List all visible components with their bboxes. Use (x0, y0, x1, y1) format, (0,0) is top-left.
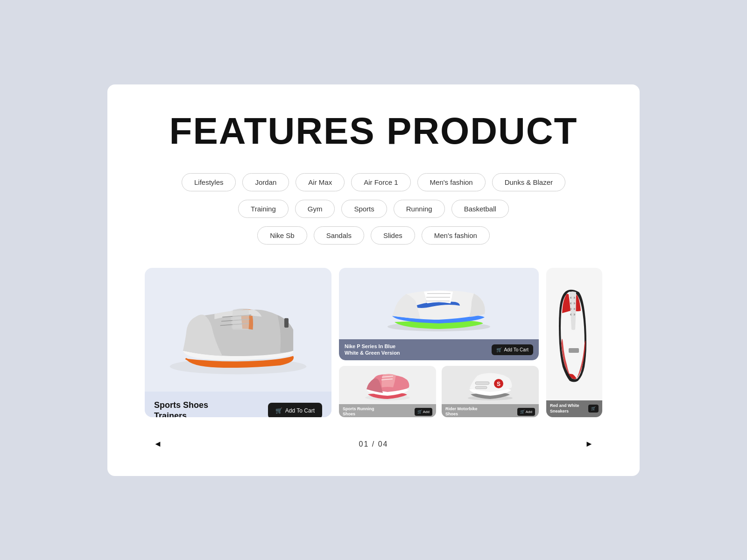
cart-icon: 🛒 (275, 407, 282, 414)
product-right-image (546, 268, 602, 401)
right-shoe-svg (551, 283, 598, 385)
filter-nikesb[interactable]: Nike Sb (257, 226, 307, 245)
filter-mens-fashion-1[interactable]: Men's fashion (417, 173, 486, 191)
right-add-to-cart-button[interactable]: 🛒 (588, 405, 599, 413)
cart-icon-small: 🛒 (496, 347, 502, 352)
filter-lifestyles[interactable]: Lifestyles (182, 173, 236, 191)
pagination-count: 01 / 04 (359, 440, 388, 448)
main-add-to-cart-button[interactable]: 🛒 Add To Cart (268, 403, 322, 417)
product-main-image (145, 268, 331, 392)
filter-row-1: Lifestyles Jordan Air Max Air Force 1 Me… (182, 173, 565, 191)
small2-add-to-cart-button[interactable]: 🛒 Add (517, 408, 535, 416)
main-shoe-svg (154, 277, 322, 382)
svg-rect-16 (475, 386, 487, 389)
prev-button[interactable]: ◄ (149, 436, 166, 453)
featured-shoe-svg (374, 273, 504, 334)
product-small-1-title: Sports Running Shoes (343, 406, 374, 417)
filter-dunks-blazer[interactable]: Dunks & Blazer (492, 173, 565, 191)
product-featured-image (339, 268, 539, 339)
filter-sports[interactable]: Sports (341, 200, 387, 218)
filter-airforce1[interactable]: Air Force 1 (351, 173, 410, 191)
filter-mens-fashion-2[interactable]: Men's fashion (422, 226, 490, 245)
filter-gym[interactable]: Gym (295, 200, 335, 218)
product-right-card: Red and White Sneakers 🛒 (546, 268, 602, 417)
svg-text:S: S (497, 381, 500, 387)
product-small-2-image: S (442, 366, 539, 404)
svg-rect-29 (569, 348, 579, 353)
svg-rect-15 (475, 382, 489, 385)
svg-rect-4 (284, 318, 289, 327)
product-main-card: Sports Shoes Trainers 🛒 Add To Cart (145, 268, 331, 417)
small2-shoe-svg: S (462, 369, 518, 401)
next-button[interactable]: ► (581, 436, 598, 453)
pagination: ◄ 01 / 04 ► (145, 436, 602, 453)
product-right-title: Red and White Sneakers (550, 403, 579, 414)
page-title: FEATURES PRODUCT (145, 112, 602, 150)
filter-slides[interactable]: Slides (371, 226, 415, 245)
product-small-1-image (339, 366, 436, 404)
small1-add-to-cart-button[interactable]: 🛒 Add (415, 408, 432, 416)
product-small-1: Sports Running Shoes 🛒 Add (339, 366, 436, 417)
small1-shoe-svg (359, 369, 416, 401)
product-featured-card: Nike P Series In Blue White & Green Vers… (339, 268, 539, 360)
product-right-info-bar: Red and White Sneakers 🛒 (546, 400, 602, 417)
product-small-2-title: Rider Motorbike Shoes (445, 406, 478, 417)
product-middle-column: Nike P Series In Blue White & Green Vers… (339, 268, 539, 417)
product-bottom-row: Sports Running Shoes 🛒 Add (339, 366, 539, 417)
filter-row-3: Nike Sb Sandals Slides Men's fashion (257, 226, 490, 245)
filter-section: Lifestyles Jordan Air Max Air Force 1 Me… (145, 173, 602, 245)
filter-running[interactable]: Running (394, 200, 445, 218)
filter-airmax[interactable]: Air Max (296, 173, 345, 191)
main-card: FEATURES PRODUCT Lifestyles Jordan Air M… (107, 84, 640, 476)
product-grid: Sports Shoes Trainers 🛒 Add To Cart (145, 268, 602, 417)
product-featured-title: Nike P Series In Blue White & Green Vers… (345, 343, 400, 357)
product-small-2-info: Rider Motorbike Shoes 🛒 Add (442, 404, 539, 417)
featured-add-to-cart-button[interactable]: 🛒 Add To Cart (492, 344, 533, 355)
filter-training[interactable]: Training (238, 200, 289, 218)
filter-basketball[interactable]: Basketball (451, 200, 509, 218)
filter-row-2: Training Gym Sports Running Basketball (238, 200, 509, 218)
product-featured-info-bar: Nike P Series In Blue White & Green Vers… (339, 339, 539, 360)
filter-sandals[interactable]: Sandals (314, 226, 364, 245)
product-main-info-bar: Sports Shoes Trainers 🛒 Add To Cart (145, 392, 331, 417)
product-small-1-info: Sports Running Shoes 🛒 Add (339, 404, 436, 417)
product-main-title: Sports Shoes Trainers (154, 400, 208, 417)
product-small-2: S Rider Motorbike Shoes 🛒 Add (442, 366, 539, 417)
filter-jordan[interactable]: Jordan (242, 173, 289, 191)
